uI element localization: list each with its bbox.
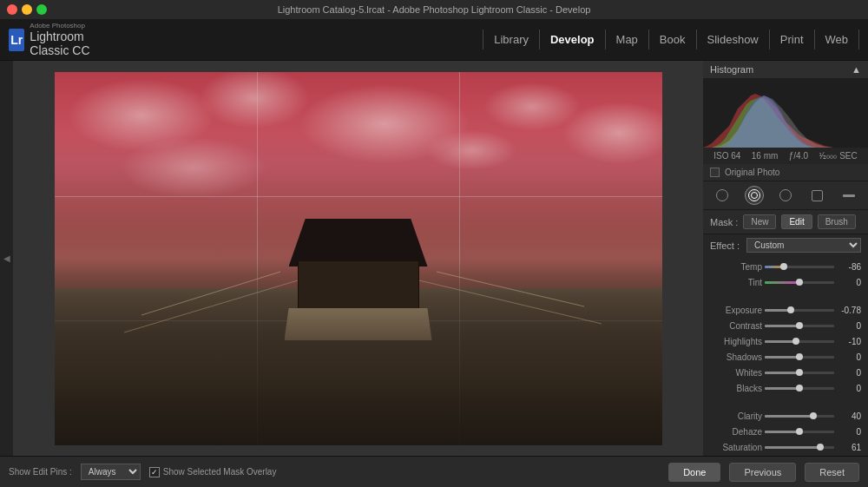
dehaze-thumb[interactable]: [796, 428, 803, 435]
show-overlay-checkbox[interactable]: ✓: [149, 467, 160, 477]
dehaze-slider-row: Dehaze 0: [710, 424, 861, 439]
app-subtitle: Adobe Photoshop: [30, 22, 113, 30]
building-body: [298, 260, 419, 313]
clarity-slider-track[interactable]: [765, 415, 834, 418]
whites-thumb[interactable]: [796, 369, 803, 376]
temp-tint-group: Temp -86 Tint 0: [703, 256, 868, 293]
highlights-thumb[interactable]: [792, 338, 799, 345]
exposure-slider-track[interactable]: [765, 309, 834, 312]
whites-slider-row: Whites 0: [710, 365, 861, 380]
blacks-thumb[interactable]: [796, 385, 803, 392]
saturation-slider-track[interactable]: [765, 446, 834, 449]
show-overlay-label: Show Selected Mask Overlay: [163, 467, 277, 477]
tool-adjustment-brush[interactable]: [713, 186, 732, 205]
tint-slider-thumb[interactable]: [796, 279, 803, 286]
blacks-slider-track[interactable]: [765, 387, 834, 390]
window-title: Lightroom Catalog-5.lrcat - Adobe Photos…: [278, 4, 591, 15]
app-title: Adobe Photoshop Lightroom Classic CC: [30, 22, 113, 57]
shadows-label: Shadows: [710, 352, 762, 362]
brush-icon: [716, 189, 728, 201]
app-logo: Lr Adobe Photoshop Lightroom Classic CC: [0, 22, 113, 57]
blacks-fill: [765, 387, 799, 390]
nav-book[interactable]: Book: [649, 30, 697, 49]
blacks-value: 0: [837, 384, 861, 393]
contrast-slider-track[interactable]: [765, 325, 834, 327]
roof: [289, 219, 428, 267]
exposure-value: -0.78: [837, 306, 861, 315]
original-photo-checkbox[interactable]: [710, 168, 720, 177]
left-arrow-icon: ◀: [3, 253, 10, 263]
titlebar: Lightroom Catalog-5.lrcat - Adobe Photos…: [0, 0, 868, 19]
exposure-label: Exposure: [710, 306, 762, 315]
highlights-value: -10: [837, 337, 861, 346]
effect-select[interactable]: Custom: [746, 238, 861, 253]
done-button[interactable]: Done: [668, 463, 720, 482]
saturation-value: 61: [837, 443, 861, 452]
previous-button[interactable]: Previous: [729, 463, 796, 482]
top-navigation: Lr Adobe Photoshop Lightroom Classic CC …: [0, 19, 868, 61]
temp-label: Temp: [710, 262, 762, 272]
shadows-slider-track[interactable]: [765, 356, 834, 359]
tool-radial-filter[interactable]: [745, 186, 764, 205]
left-panel-toggle[interactable]: ◀: [0, 61, 13, 456]
photo-container: [55, 72, 662, 445]
temp-slider-track[interactable]: [765, 266, 834, 268]
contrast-slider-row: Contrast 0: [710, 318, 861, 333]
lr-badge: Lr: [9, 29, 24, 51]
clarity-slider-row: Clarity 40: [710, 408, 861, 424]
exif-aperture: ƒ/4.0: [789, 151, 808, 161]
nav-develop[interactable]: Develop: [540, 30, 606, 49]
minimize-dot[interactable]: [22, 4, 32, 15]
dehaze-fill: [765, 431, 799, 433]
tool-minus[interactable]: [839, 186, 858, 205]
clarity-label: Clarity: [710, 411, 762, 421]
tool-healing[interactable]: [807, 186, 826, 205]
photo-canvas[interactable]: [13, 61, 703, 456]
stone-base: [285, 308, 432, 340]
nav-slideshow[interactable]: Slideshow: [697, 30, 770, 49]
shadows-value: 0: [837, 352, 861, 362]
mask-edit-button[interactable]: Edit: [781, 214, 812, 229]
mask-new-button[interactable]: New: [743, 214, 776, 229]
graduated-icon: [779, 189, 792, 201]
original-photo-row: Original Photo: [703, 164, 868, 181]
building-structure: [280, 219, 437, 340]
temp-value: -86: [837, 262, 861, 272]
saturation-label: Saturation: [710, 443, 762, 452]
minus-icon: [843, 194, 855, 197]
nav-web[interactable]: Web: [815, 30, 860, 49]
shadows-slider-row: Shadows 0: [710, 349, 861, 365]
saturation-thumb[interactable]: [817, 444, 824, 451]
contrast-thumb[interactable]: [796, 322, 803, 329]
app-name: Lightroom Classic CC: [30, 30, 113, 57]
shadows-thumb[interactable]: [796, 353, 803, 360]
highlights-slider-track[interactable]: [765, 340, 834, 343]
histogram-triangle[interactable]: ▲: [852, 64, 861, 75]
highlights-slider-row: Highlights -10: [710, 333, 861, 349]
reset-button[interactable]: Reset: [805, 463, 859, 482]
close-dot[interactable]: [7, 4, 17, 15]
whites-slider-track[interactable]: [765, 372, 834, 374]
nav-links: Library Develop Map Book Slideshow Print…: [113, 30, 868, 49]
nav-map[interactable]: Map: [606, 30, 649, 49]
dehaze-slider-track[interactable]: [765, 431, 834, 433]
clarity-value: 40: [837, 411, 861, 421]
exif-info: ISO 64 16 mm ƒ/4.0 ¹⁄₂₀₀₀ SEC: [703, 148, 868, 164]
clarity-thumb[interactable]: [810, 412, 817, 419]
histogram-section: Histogram ▲ ISO 64 16 mm ƒ/4.0: [703, 61, 868, 181]
exposure-thumb[interactable]: [787, 306, 794, 313]
temp-slider-thumb[interactable]: [780, 263, 787, 270]
tint-slider-track[interactable]: [765, 281, 834, 284]
original-photo-label: Original Photo: [725, 168, 779, 177]
nav-print[interactable]: Print: [770, 30, 815, 49]
exif-focal: 16 mm: [752, 151, 779, 161]
maximize-dot[interactable]: [36, 4, 47, 15]
contrast-fill: [765, 325, 799, 327]
blacks-label: Blacks: [710, 384, 762, 393]
show-edit-pins-select[interactable]: Always Selected Never: [81, 464, 141, 480]
guide-h1: [55, 196, 662, 197]
nav-library[interactable]: Library: [483, 30, 540, 49]
tool-graduated-filter[interactable]: [776, 186, 795, 205]
tint-slider-fill: [765, 281, 799, 284]
mask-brush-button[interactable]: Brush: [818, 214, 856, 229]
